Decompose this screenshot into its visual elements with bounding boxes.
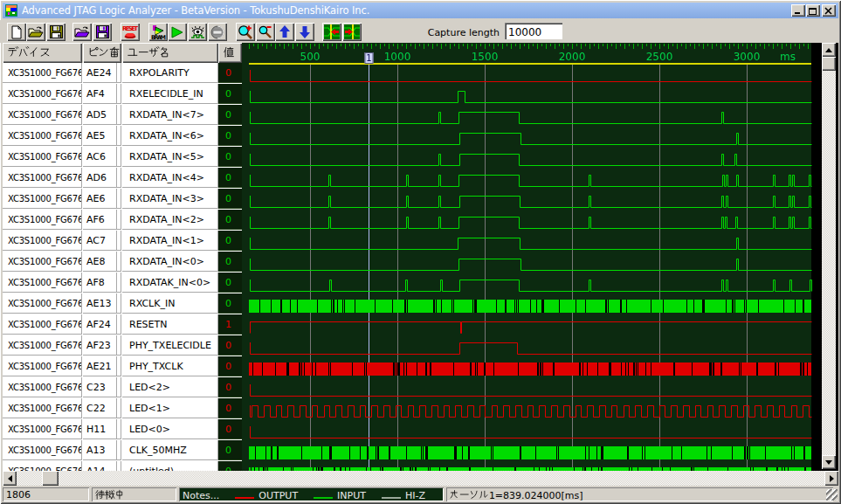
signal-row-RXDATA_IN<6>[interactable]: XC3S1000_FG676AE5RXDATA_IN<6>0 <box>3 126 242 147</box>
column-header-0[interactable] <box>3 43 82 63</box>
signal-row-LED<1>[interactable]: XC3S1000_FG676C22LED<1>0 <box>3 398 242 419</box>
maximize-button[interactable] <box>806 4 820 17</box>
zoom-in-button[interactable] <box>236 23 255 41</box>
signal-row-PHY_TXCLK[interactable]: XC3S1000_FG676AE21PHY_TXCLK0 <box>3 356 242 377</box>
cell-gap <box>117 84 121 104</box>
column-header-3[interactable] <box>218 43 242 63</box>
column-header-2[interactable] <box>122 43 218 63</box>
reset-button[interactable]: RESET <box>121 23 140 41</box>
new-button[interactable] <box>7 23 26 41</box>
cursor-jump-right-icon <box>344 24 360 39</box>
signal-row-RXDATA_IN<1>[interactable]: XC3S1000_FG676AC7RXDATA_IN<1>0 <box>3 231 242 252</box>
cell-gap <box>117 419 121 439</box>
signal-row-CLK_50MHZ[interactable]: XC3S1000_FG676A13CLK_50MHZ0 <box>3 440 242 461</box>
cell-user-name: RXDATA_IN<7> <box>122 105 218 125</box>
signal-row-RXDATA_IN<4>[interactable]: XC3S1000_FG676AD6RXDATA_IN<4>0 <box>3 168 242 189</box>
signal-row-RXPOLARITY[interactable]: XC3S1000_FG676AE24RXPOLARITY0 <box>3 63 242 84</box>
bram-run-icon: BRAM <box>151 24 166 39</box>
cell-user-name: (untitled) <box>122 461 218 471</box>
cell-device: XC3S1000_FG676 <box>3 231 82 251</box>
cell-gap <box>117 377 121 397</box>
signal-row-RXDATA_IN<5>[interactable]: XC3S1000_FG676AC6RXDATA_IN<5>0 <box>3 147 242 168</box>
legend-dash-input <box>314 497 333 499</box>
cell-device: XC3S1000_FG676 <box>3 63 82 83</box>
cell-device: XC3S1000_FG676 <box>3 252 82 272</box>
toolbar: RESETBRAMCapture length <box>0 20 838 43</box>
signal-row-RXDATA_IN<2>[interactable]: XC3S1000_FG676AF6RXDATA_IN<2>0 <box>3 210 242 231</box>
capture-length-input[interactable] <box>505 23 562 39</box>
stop-button[interactable] <box>208 23 227 41</box>
signal-row-LED<2>[interactable]: XC3S1000_FG676C23LED<2>0 <box>3 377 242 398</box>
cell-pin: A14 <box>83 461 117 471</box>
signal-row-RXDATA_IN<0>[interactable]: XC3S1000_FG676AE8RXDATA_IN<0>0 <box>3 252 242 273</box>
signal-row-(untitled)[interactable]: XC3S1000_FG676A14(untitled)0 <box>3 461 242 471</box>
main-content: XC3S1000_FG676AE24RXPOLARITY0XC3S1000_FG… <box>3 43 838 471</box>
cell-gap <box>117 189 121 209</box>
eye-wave-icon <box>190 25 205 39</box>
cell-value: 0 <box>218 377 242 397</box>
watch-button[interactable] <box>188 23 207 41</box>
title-bar[interactable]: Advanced JTAG Logic Analyzer - BetaVersi… <box>3 3 838 18</box>
cursor-next-button[interactable] <box>342 23 362 41</box>
minimize-icon <box>794 7 803 15</box>
cell-user-name: RXDATA_IN<6> <box>122 126 218 146</box>
scroll-right-button[interactable] <box>824 471 838 486</box>
move-down-button[interactable] <box>295 23 314 41</box>
waveform-canvas[interactable] <box>242 43 836 471</box>
cell-gap <box>117 168 121 188</box>
cursor-prev-button[interactable] <box>322 23 341 41</box>
app-icon <box>5 4 17 17</box>
move-up-button[interactable] <box>275 23 294 41</box>
column-header-1[interactable] <box>83 43 121 63</box>
cell-gap <box>117 252 121 272</box>
cell-value: 0 <box>218 252 242 272</box>
arrow-up-icon <box>279 25 291 38</box>
cell-gap <box>117 335 121 356</box>
signal-row-RXDATA_IN<3>[interactable]: XC3S1000_FG676AE6RXDATA_IN<3>0 <box>3 189 242 210</box>
cursor-jump-left-icon <box>324 24 340 39</box>
cell-user-name: RESETN <box>122 314 218 335</box>
horizontal-scroll-thumb[interactable] <box>42 471 59 486</box>
close-icon <box>824 7 833 15</box>
zoom-out-button[interactable] <box>256 23 275 41</box>
cell-value: 1 <box>218 314 242 335</box>
scroll-up-button[interactable] <box>822 43 836 57</box>
run-button[interactable] <box>168 23 187 41</box>
cell-device: XC3S1000_FG676 <box>3 210 82 230</box>
signal-row-PHY_TXELECIDLE[interactable]: XC3S1000_FG676AF23PHY_TXELECIDLE0 <box>3 335 242 356</box>
signal-row-RESETN[interactable]: XC3S1000_FG676AF24RESETN1 <box>3 314 242 335</box>
cell-gap <box>117 231 121 251</box>
save-project-button[interactable] <box>93 23 112 41</box>
signal-row-RXDATA_IN<7>[interactable]: XC3S1000_FG676AD5RXDATA_IN<7>0 <box>3 105 242 126</box>
cell-value: 0 <box>218 84 242 104</box>
scroll-down-button[interactable] <box>822 455 836 469</box>
horizontal-scrollbar[interactable] <box>3 471 838 486</box>
notes-label: Notes... <box>183 490 219 501</box>
signal-row-RXDATAK_IN<0>[interactable]: XC3S1000_FG676AF8RXDATAK_IN<0>0 <box>3 273 242 293</box>
scroll-left-button[interactable] <box>3 471 17 486</box>
status-sample-count: 1806 <box>3 487 89 501</box>
close-button[interactable] <box>822 4 836 17</box>
cell-gap <box>117 105 121 125</box>
bram-button[interactable]: BRAM <box>148 23 168 41</box>
signal-row-RXCLK_IN[interactable]: XC3S1000_FG676AE13RXCLK_IN0 <box>3 293 242 314</box>
open-project-button[interactable] <box>72 23 92 41</box>
cell-value: 0 <box>218 168 242 188</box>
resize-grip[interactable] <box>826 489 838 501</box>
cell-user-name: RXDATA_IN<4> <box>122 168 218 188</box>
signal-row-LED<0>[interactable]: XC3S1000_FG676H11LED<0>0 <box>3 419 242 440</box>
vertical-scroll-thumb[interactable] <box>822 57 836 71</box>
cell-device: XC3S1000_FG676 <box>3 273 82 293</box>
signal-row-RXELECIDLE_IN[interactable]: XC3S1000_FG676AF4RXELECIDLE_IN0 <box>3 84 242 105</box>
cell-device: XC3S1000_FG676 <box>3 293 82 314</box>
cell-value: 0 <box>218 105 242 125</box>
cell-user-name: RXDATA_IN<3> <box>122 189 218 209</box>
open-button[interactable] <box>26 23 45 41</box>
save-button[interactable] <box>46 23 65 41</box>
cell-value: 0 <box>218 335 242 356</box>
cell-pin: A13 <box>83 440 117 460</box>
minimize-button[interactable] <box>791 4 805 17</box>
vertical-scrollbar[interactable] <box>822 43 836 469</box>
status-notes-legend: Notes... OUTPUTINPUTHI-Z <box>179 487 444 501</box>
cell-pin: H11 <box>83 419 117 439</box>
